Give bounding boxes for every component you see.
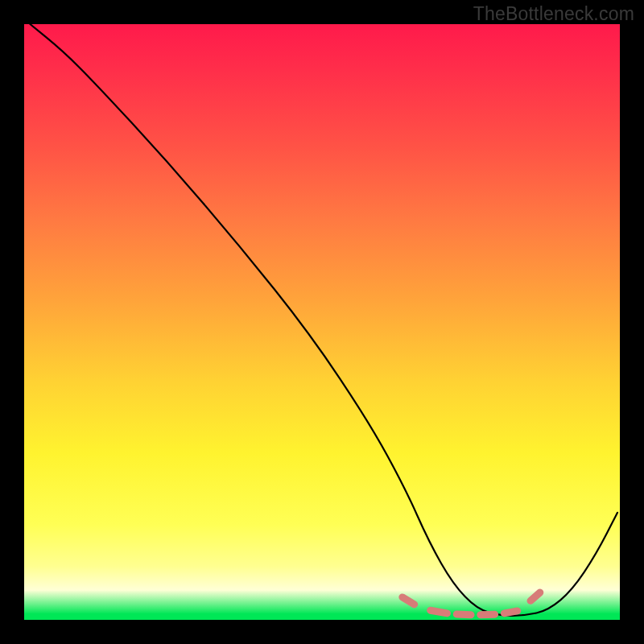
trough-dash-4 [504, 611, 517, 613]
trough-dash-3 [481, 614, 495, 615]
trough-dash-1 [431, 610, 448, 613]
bottleneck-curve [30, 24, 617, 616]
curve-layer [24, 24, 620, 620]
plot-area [24, 24, 620, 620]
chart-stage: TheBottleneck.com [0, 0, 644, 644]
trough-dash-2 [456, 614, 471, 615]
trough-dash-5 [530, 592, 540, 601]
trough-dash-0 [402, 597, 415, 605]
attribution-label: TheBottleneck.com [473, 3, 634, 25]
